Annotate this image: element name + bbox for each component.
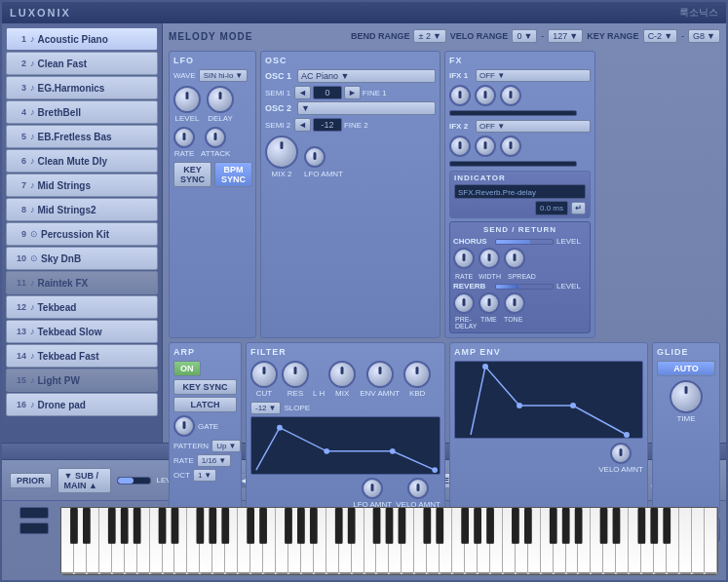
white-key-28[interactable] (414, 508, 427, 574)
key-max-dropdown[interactable]: G8 ▼ (688, 29, 720, 43)
reverb-pre-delay-knob[interactable] (453, 292, 475, 314)
white-key-48[interactable] (667, 508, 679, 574)
glide-time-knob[interactable] (670, 380, 703, 413)
white-key-15[interactable] (250, 508, 263, 574)
ifx2-dropdown[interactable]: OFF ▼ (476, 120, 591, 133)
level-slider-track[interactable] (117, 477, 151, 485)
velo-min-dropdown[interactable]: 0 ▼ (512, 29, 537, 43)
white-key-36[interactable] (516, 508, 528, 574)
lfo-rate-knob[interactable] (173, 127, 195, 148)
filter-res-knob[interactable] (282, 361, 309, 388)
preset-item-6[interactable]: 6♪Clean Mute Dly (6, 149, 158, 173)
white-key-30[interactable] (440, 508, 452, 574)
arp-gate-knob[interactable] (173, 415, 195, 437)
filter-env-knob[interactable] (366, 361, 394, 388)
white-key-14[interactable] (238, 508, 250, 574)
white-key-51[interactable] (705, 508, 717, 574)
white-key-24[interactable] (364, 508, 377, 574)
white-key-41[interactable] (578, 508, 591, 574)
white-key-33[interactable] (478, 508, 490, 574)
filter-lfo-amnt-knob[interactable] (362, 478, 383, 499)
arp-latch-btn[interactable]: LATCH (173, 397, 237, 412)
keyboard[interactable] (60, 507, 718, 575)
ifx1-dropdown[interactable]: OFF ▼ (476, 69, 591, 82)
ifx2-knob3[interactable] (500, 136, 521, 157)
arp-rate-dropdown[interactable]: 1/16▼ (197, 454, 232, 467)
lfo-attack-knob[interactable] (205, 127, 226, 148)
white-key-21[interactable] (326, 508, 339, 574)
white-key-2[interactable] (87, 508, 99, 574)
white-key-37[interactable] (528, 508, 541, 574)
preset-item-12[interactable]: 12♪Tekbead (6, 295, 158, 319)
mod-wheel[interactable] (19, 523, 49, 534)
white-key-16[interactable] (263, 508, 276, 574)
key-sync-btn[interactable]: KEY SYNC (173, 162, 211, 187)
white-key-11[interactable] (200, 508, 212, 574)
white-key-0[interactable] (61, 508, 74, 574)
white-key-20[interactable] (314, 508, 326, 574)
preset-item-7[interactable]: 7♪Mid Strings (6, 174, 158, 197)
preset-item-1[interactable]: 1♪Acoustic Piano (6, 27, 158, 51)
key-min-dropdown[interactable]: C-2 ▼ (643, 29, 677, 43)
white-key-23[interactable] (352, 508, 364, 574)
filter-velo-amnt-knob[interactable] (407, 478, 429, 499)
white-key-47[interactable] (654, 508, 667, 574)
white-key-40[interactable] (566, 508, 579, 574)
white-key-6[interactable] (137, 508, 150, 574)
prior-btn[interactable]: PRIOR (10, 473, 52, 488)
arp-pattern-dropdown[interactable]: Up▼ (211, 440, 241, 452)
preset-item-9[interactable]: 9⊙Percussion Kit (6, 222, 158, 246)
white-key-19[interactable] (301, 508, 314, 574)
white-key-12[interactable] (212, 508, 225, 574)
chorus-rate-knob[interactable] (453, 248, 475, 269)
white-key-17[interactable] (276, 508, 288, 574)
filter-kbd-knob[interactable] (403, 361, 431, 388)
white-key-49[interactable] (679, 508, 692, 574)
reverb-time-knob[interactable] (479, 292, 500, 314)
white-key-45[interactable] (629, 508, 641, 574)
white-key-32[interactable] (465, 508, 478, 574)
preset-item-4[interactable]: 4♪BrethBell (6, 100, 158, 124)
arp-on-btn[interactable]: ON (173, 361, 201, 376)
white-key-4[interactable] (112, 508, 125, 574)
white-key-34[interactable] (490, 508, 503, 574)
osc1-dropdown[interactable]: AC Piano ▼ (297, 69, 436, 83)
sub-main-btn[interactable]: ▼ SUB / MAIN ▲ (57, 468, 111, 493)
ifx1-knob3[interactable] (500, 85, 521, 106)
preset-item-13[interactable]: 13♪Tekbead Slow (6, 320, 158, 343)
preset-item-10[interactable]: 10⊙Sky DnB (6, 247, 158, 270)
white-key-50[interactable] (692, 508, 705, 574)
reverb-tone-knob[interactable] (504, 292, 525, 314)
amp-velo-amnt-knob[interactable] (610, 443, 632, 464)
white-key-46[interactable] (641, 508, 654, 574)
white-key-31[interactable] (452, 508, 465, 574)
ifx1-knob1[interactable] (449, 85, 471, 106)
preset-item-15[interactable]: 15♪Light PW (6, 369, 158, 392)
pitch-wheel[interactable] (19, 507, 49, 519)
filter-mix-knob[interactable] (328, 361, 356, 388)
lfo-delay-knob[interactable] (207, 86, 234, 113)
bpm-sync-btn[interactable]: BPM SYNC (214, 162, 252, 187)
preset-item-16[interactable]: 16♪Drone pad (6, 393, 158, 416)
velo-max-dropdown[interactable]: 127 ▼ (548, 29, 583, 43)
white-key-29[interactable] (427, 508, 440, 574)
white-key-39[interactable] (554, 508, 566, 574)
arp-oct-dropdown[interactable]: 1▼ (193, 469, 216, 482)
chorus-width-knob[interactable] (479, 248, 500, 269)
white-key-13[interactable] (225, 508, 238, 574)
slope-dropdown[interactable]: -12▼ (250, 402, 281, 414)
bend-range-dropdown[interactable]: ± 2 ▼ (413, 29, 445, 43)
white-key-35[interactable] (503, 508, 516, 574)
white-key-10[interactable] (187, 508, 200, 574)
white-key-9[interactable] (174, 508, 187, 574)
filter-cut-knob[interactable] (250, 361, 278, 388)
preset-item-11[interactable]: 11♪Raintek FX (6, 271, 158, 294)
semi1-prev-btn[interactable]: ◄ (294, 86, 311, 99)
preset-item-14[interactable]: 14♪Tekbead Fast (6, 344, 158, 368)
white-key-44[interactable] (616, 508, 629, 574)
chorus-spread-knob[interactable] (504, 248, 525, 269)
white-key-5[interactable] (125, 508, 137, 574)
osc2-dropdown[interactable]: ▼ (297, 101, 436, 115)
white-key-8[interactable] (163, 508, 175, 574)
wave-dropdown[interactable]: SIN hi-lo▼ (199, 69, 249, 82)
